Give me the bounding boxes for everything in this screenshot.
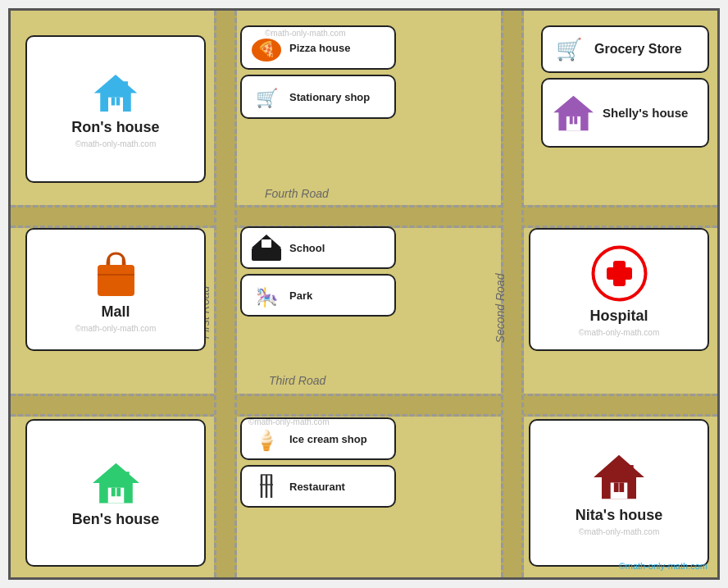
watermark-mall: ©math-only-math.com (75, 324, 157, 333)
svg-rect-1 (108, 97, 123, 111)
rons-house-label: Ron's house (71, 119, 159, 136)
svg-rect-19 (262, 239, 271, 248)
svg-rect-17 (252, 248, 281, 261)
center-bottom-stack: 🍦 Ice cream shop ©math-only-math.com Res… (240, 417, 396, 508)
third-road-label: Third Road (269, 374, 325, 387)
svg-rect-37 (614, 482, 619, 492)
school-label: School (289, 242, 325, 254)
map: Fourth Road Third Road First Road Second… (8, 8, 720, 580)
park-card: 🎠 Park (240, 274, 396, 317)
shellys-house-card: Shelly's house (541, 78, 709, 148)
svg-text:🍕: 🍕 (257, 40, 276, 58)
restaurant-icon (250, 472, 283, 501)
bens-house-card: Ben's house (25, 419, 206, 567)
nitas-house-icon (590, 450, 648, 504)
watermark-center-top: ©math-only-math.com (265, 29, 346, 38)
ice-cream-shop-icon: 🍦 (250, 424, 283, 454)
svg-text:🍦: 🍦 (254, 428, 279, 452)
center-mid-stack: School 🎠 Park (240, 226, 396, 317)
hospital-icon (589, 243, 650, 304)
watermark-center-bottom: ©math-only-math.com (248, 417, 330, 426)
horizontal-road-1 (11, 205, 717, 228)
ice-cream-shop-label: Ice cream shop (289, 433, 367, 445)
hospital-card: Hospital ©math-only-math.com (529, 228, 709, 351)
watermark-bottom-right: ©math-only-math.com (619, 561, 708, 571)
svg-rect-23 (613, 261, 626, 286)
svg-rect-10 (566, 116, 580, 130)
fourth-road-label: Fourth Road (265, 187, 329, 200)
park-label: Park (289, 289, 312, 302)
bens-house-icon (89, 458, 143, 508)
watermark-hospital: ©math-only-math.com (579, 328, 660, 337)
hospital-label: Hospital (589, 308, 648, 325)
svg-rect-25 (107, 487, 124, 503)
svg-rect-38 (619, 482, 624, 492)
bens-house-label: Ben's house (72, 511, 159, 528)
svg-rect-2 (111, 97, 116, 105)
right-top-stack: 🛒 Grocery Store Shelly's house (541, 25, 709, 148)
pizza-house-label: Pizza house (289, 42, 350, 54)
shellys-house-label: Shelly's house (603, 106, 688, 120)
svg-rect-36 (611, 482, 628, 499)
mall-label: Mall (101, 303, 130, 321)
stationary-shop-icon: 🛒 (250, 81, 283, 112)
rons-house-card: Ron's house ©math-only-math.com (25, 35, 206, 183)
shellys-house-icon (551, 93, 596, 134)
svg-rect-13 (98, 265, 134, 296)
svg-rect-11 (570, 116, 573, 123)
second-road-label: Second Road (494, 274, 507, 344)
mall-card: Mall ©math-only-math.com (25, 228, 206, 351)
watermark-1: ©math-only-math.com (75, 139, 157, 148)
mall-icon (89, 247, 143, 300)
grocery-store-icon: 🛒 (551, 32, 588, 66)
restaurant-label: Restaurant (289, 481, 345, 493)
svg-rect-3 (116, 97, 121, 105)
rons-house-icon (91, 71, 140, 116)
grocery-store-card: 🛒 Grocery Store (541, 25, 709, 73)
svg-text:🛒: 🛒 (556, 36, 583, 62)
restaurant-card: Restaurant (240, 465, 396, 508)
stationary-shop-card: 🛒 Stationary shop (240, 75, 396, 119)
svg-rect-12 (574, 116, 577, 123)
watermark-nita: ©math-only-math.com (579, 527, 660, 536)
nitas-house-card: Nita's house ©math-only-math.com (529, 419, 709, 567)
park-icon: 🎠 (250, 280, 283, 310)
svg-rect-28 (124, 472, 130, 481)
svg-rect-26 (111, 487, 115, 496)
stationary-shop-label: Stationary shop (289, 91, 370, 103)
svg-rect-4 (123, 81, 128, 90)
svg-rect-27 (116, 487, 121, 496)
school-icon (250, 233, 283, 262)
school-card: School (240, 226, 396, 269)
svg-rect-39 (627, 465, 633, 475)
grocery-store-label: Grocery Store (594, 42, 682, 57)
svg-text:🎠: 🎠 (256, 286, 279, 308)
vertical-road-1 (214, 11, 237, 577)
center-top-stack: 🍕 Pizza house 🛒 Stationary shop (240, 25, 396, 119)
svg-text:🛒: 🛒 (256, 87, 279, 109)
horizontal-road-2 (11, 394, 717, 417)
nitas-house-label: Nita's house (576, 507, 662, 524)
